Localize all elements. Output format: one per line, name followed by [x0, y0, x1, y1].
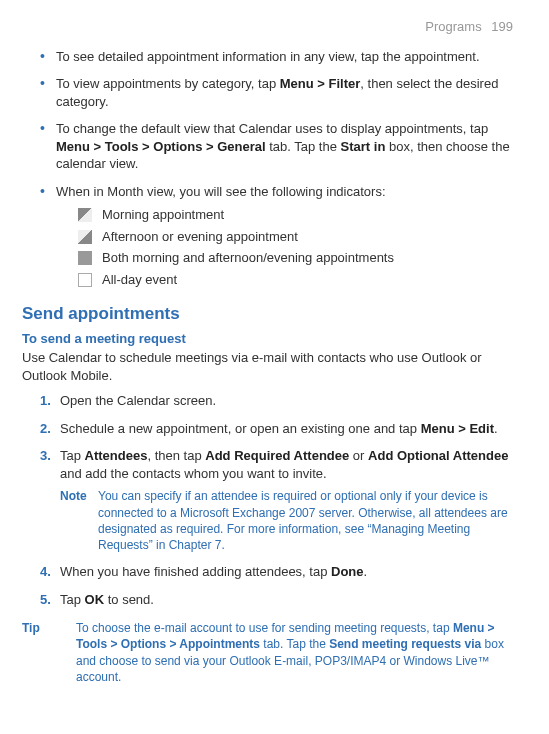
ui-label: OK: [85, 592, 105, 607]
step-text: or: [349, 448, 368, 463]
legend-row-allday: All-day event: [78, 271, 513, 289]
tip-text: To choose the e-mail account to use for …: [76, 620, 513, 685]
ui-label: Add Required Attendee: [205, 448, 349, 463]
step-item: Tap Attendees, then tap Add Required Att…: [40, 447, 513, 553]
menu-path: Menu > Edit: [421, 421, 494, 436]
tip-label: Tip: [22, 620, 76, 685]
ui-label: Attendees: [85, 448, 148, 463]
allday-indicator-icon: [78, 273, 92, 287]
step-text: When you have finished adding attendees,…: [60, 564, 331, 579]
list-item: To view appointments by category, tap Me…: [40, 75, 513, 110]
step-text: Tap: [60, 448, 85, 463]
tip-part: To choose the e-mail account to use for …: [76, 621, 453, 635]
header-section: Programs: [425, 19, 481, 34]
menu-path: Start in: [341, 139, 386, 154]
subsection-title-meeting-request: To send a meeting request: [22, 330, 513, 348]
tip-part: tab. Tap the: [260, 637, 329, 651]
indicator-legend: Morning appointment Afternoon or evening…: [56, 206, 513, 288]
ui-label: Add Optional Attendee: [368, 448, 508, 463]
intro-paragraph: Use Calendar to schedule meetings via e-…: [22, 349, 513, 384]
step-item: Schedule a new appointment, or open an e…: [40, 420, 513, 438]
step-text: .: [364, 564, 368, 579]
legend-label: Both morning and afternoon/evening appoi…: [102, 249, 394, 267]
both-indicator-icon: [78, 251, 92, 265]
legend-row-morning: Morning appointment: [78, 206, 513, 224]
tip-block: Tip To choose the e-mail account to use …: [22, 620, 513, 685]
list-text: To view appointments by category, tap: [56, 76, 280, 91]
note-text: You can specify if an attendee is requir…: [98, 488, 513, 553]
morning-indicator-icon: [78, 208, 92, 222]
list-item: When in Month view, you will see the fol…: [40, 183, 513, 289]
step-item: Open the Calendar screen.: [40, 392, 513, 410]
step-text: Tap: [60, 592, 85, 607]
step-text: and add the contacts whom you want to in…: [60, 466, 327, 481]
legend-row-both: Both morning and afternoon/evening appoi…: [78, 249, 513, 267]
step-text: Open the Calendar screen.: [60, 393, 216, 408]
list-item: To change the default view that Calendar…: [40, 120, 513, 173]
menu-path: Menu > Tools > Options > General: [56, 139, 266, 154]
header-page-number: 199: [491, 19, 513, 34]
legend-label: All-day event: [102, 271, 177, 289]
step-text: to send.: [104, 592, 154, 607]
ui-label: Send meeting requests via: [329, 637, 481, 651]
tips-list: To see detailed appointment information …: [22, 48, 513, 289]
step-text: , then tap: [147, 448, 205, 463]
step-text: .: [494, 421, 498, 436]
note-label: Note: [60, 488, 98, 553]
section-title-send-appointments: Send appointments: [22, 303, 513, 326]
page-header: Programs 199: [22, 18, 513, 36]
menu-path: Menu > Filter: [280, 76, 361, 91]
list-text: To change the default view that Calendar…: [56, 121, 488, 136]
legend-row-afternoon: Afternoon or evening appointment: [78, 228, 513, 246]
note-block: Note You can specify if an attendee is r…: [60, 488, 513, 553]
ui-label: Done: [331, 564, 364, 579]
steps-list: Open the Calendar screen. Schedule a new…: [22, 392, 513, 608]
list-text: tab. Tap the: [266, 139, 341, 154]
list-text: When in Month view, you will see the fol…: [56, 184, 386, 199]
legend-label: Afternoon or evening appointment: [102, 228, 298, 246]
step-text: Schedule a new appointment, or open an e…: [60, 421, 421, 436]
afternoon-indicator-icon: [78, 230, 92, 244]
list-item: To see detailed appointment information …: [40, 48, 513, 66]
list-text: To see detailed appointment information …: [56, 49, 480, 64]
legend-label: Morning appointment: [102, 206, 224, 224]
step-item: When you have finished adding attendees,…: [40, 563, 513, 581]
step-item: Tap OK to send.: [40, 591, 513, 609]
